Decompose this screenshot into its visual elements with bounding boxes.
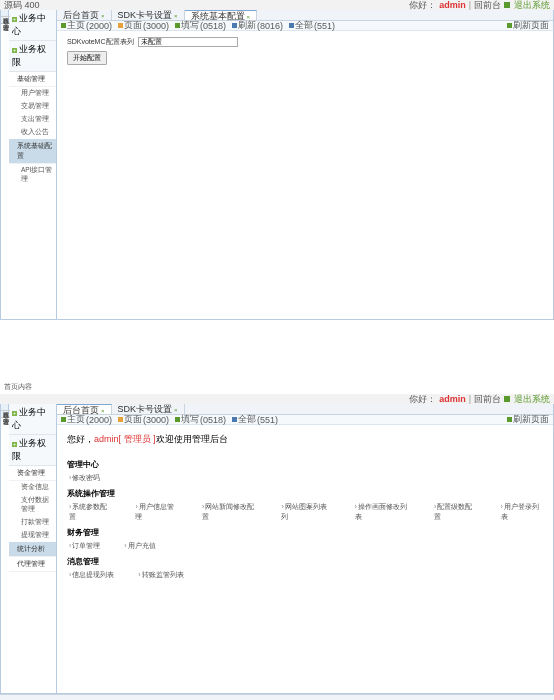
- topbar-logout[interactable]: 退出系统: [514, 0, 550, 10]
- sidebar-header-perm[interactable]: +业务权限: [9, 41, 56, 72]
- sidebar-item[interactable]: 提现管理: [9, 529, 56, 542]
- start-config-button[interactable]: 开始配置: [67, 51, 107, 65]
- sidebar-cat-fund[interactable]: 资金管理: [9, 466, 56, 481]
- sidebar-cat-stats[interactable]: 统计分析: [9, 542, 56, 557]
- plus-icon: +: [12, 442, 17, 447]
- topbar-back-link[interactable]: 回前台: [474, 0, 501, 10]
- sidebar-item[interactable]: 支出管理: [9, 113, 56, 126]
- sidebar-item[interactable]: 收入公告: [9, 126, 56, 139]
- welcome-text: 您好，admin[ 管理员 ]欢迎使用管理后台: [67, 431, 543, 454]
- vtab-ops[interactable]: 运营管理: [1, 17, 10, 24]
- close-icon[interactable]: ×: [247, 14, 251, 20]
- sidebar-cat-agent[interactable]: 代理管理: [9, 557, 56, 572]
- tab-sdk[interactable]: SDK卡号设置×: [112, 404, 185, 414]
- topbar-admin[interactable]: admin: [439, 0, 466, 10]
- sys-link[interactable]: 配置级数配置: [434, 502, 476, 522]
- page-icon: [118, 417, 123, 422]
- logout-icon: [504, 2, 510, 8]
- refresh-link[interactable]: 刷新页面: [507, 19, 549, 32]
- crumb-home[interactable]: 主页(2000): [61, 19, 112, 32]
- crumb-all[interactable]: 全部(551): [232, 413, 278, 426]
- vtab-ops[interactable]: 运营管理: [1, 411, 10, 418]
- main-panel: SDKvoteMC配置表列 开始配置: [57, 31, 553, 75]
- sidebar-header-biz[interactable]: +业务中心: [9, 404, 56, 435]
- sidebar: 核心设置 运营管理 +业务中心 +业务权限 资金管理 资金信息 支付数据管理 打…: [1, 404, 57, 693]
- crumb-page[interactable]: 页面(3000): [118, 19, 169, 32]
- vtab-core[interactable]: 核心设置: [1, 10, 10, 17]
- sys-link[interactable]: 用户信息管理: [135, 502, 177, 522]
- dashboard-panel: 您好，admin[ 管理员 ]欢迎使用管理后台 管理中心 修改密码 系统操作管理…: [57, 425, 553, 590]
- footer-title: 首页内容: [0, 380, 554, 394]
- sidebar-item[interactable]: 打款管理: [9, 516, 56, 529]
- crumb-fill[interactable]: 填写(0518): [175, 413, 226, 426]
- sidebar-item[interactable]: 资金信息: [9, 481, 56, 494]
- tab-sysconfig[interactable]: 系统基本配置×: [185, 10, 258, 20]
- fill-icon: [175, 23, 180, 28]
- sys-link[interactable]: 用户登录列表: [501, 502, 543, 522]
- link-change-pwd[interactable]: 修改密码: [69, 473, 100, 483]
- close-icon[interactable]: ×: [101, 408, 105, 414]
- fill-icon: [175, 417, 180, 422]
- vtab-core[interactable]: 核心设置: [1, 404, 10, 411]
- msg-link[interactable]: 转账监管列表: [138, 570, 183, 580]
- close-icon[interactable]: ×: [101, 13, 105, 19]
- section-mgmt: 管理中心: [67, 460, 543, 470]
- form-label: SDKvoteMC配置表列: [67, 37, 134, 47]
- topbar-admin[interactable]: admin: [439, 394, 466, 404]
- crumb-all[interactable]: 全部(551): [289, 19, 335, 32]
- all-icon: [232, 417, 237, 422]
- fin-link[interactable]: 订单管理: [69, 541, 100, 551]
- close-icon[interactable]: ×: [174, 13, 178, 19]
- top-bar: 源码 400 你好： admin | 回前台 退出系统: [0, 0, 554, 10]
- sidebar: 核心设置 运营管理 +业务中心 +业务权限 基础管理 用户管理 交易管理 支出管…: [1, 10, 57, 319]
- sidebar-header-perm[interactable]: +业务权限: [9, 435, 56, 466]
- crumb-bar: 主页(2000) 页面(3000) 填写(0518) 刷新(8016) 全部(5…: [57, 21, 553, 31]
- sidebar-item[interactable]: API接口管理: [9, 164, 56, 186]
- home-icon: [61, 23, 66, 28]
- crumb-bar: 主页(2000) 页面(3000) 填写(0518) 全部(551) 刷新页面: [57, 415, 553, 425]
- logout-icon: [504, 396, 510, 402]
- all-icon: [289, 23, 294, 28]
- plus-icon: +: [12, 411, 17, 416]
- fin-link[interactable]: 用户充值: [124, 541, 155, 551]
- topbar-back-link[interactable]: 回前台: [474, 394, 501, 404]
- section-fin: 财务管理: [67, 528, 543, 538]
- sys-link[interactable]: 操作画面修改列表: [355, 502, 411, 522]
- topbar-greet: 你好：: [409, 394, 436, 404]
- sys-link[interactable]: 网站图案列表列: [281, 502, 330, 522]
- sys-link[interactable]: 网站新闻修改配置: [202, 502, 258, 522]
- crumb-page[interactable]: 页面(3000): [118, 413, 169, 426]
- sidebar-item[interactable]: 支付数据管理: [9, 494, 56, 516]
- page-icon: [118, 23, 123, 28]
- config-input[interactable]: [138, 37, 238, 47]
- sidebar-cat-basic[interactable]: 基础管理: [9, 72, 56, 87]
- section-sys: 系统操作管理: [67, 489, 543, 499]
- sidebar-item[interactable]: 用户管理: [9, 87, 56, 100]
- plus-icon: +: [12, 17, 17, 22]
- home-icon: [61, 417, 66, 422]
- tab-home[interactable]: 后台首页×: [57, 10, 112, 20]
- tab-sdk[interactable]: SDK卡号设置×: [112, 10, 185, 20]
- section-msg: 消息管理: [67, 557, 543, 567]
- refresh-link[interactable]: 刷新页面: [507, 413, 549, 426]
- sys-link[interactable]: 系统参数配置: [69, 502, 111, 522]
- msg-link[interactable]: 信息提现列表: [69, 570, 114, 580]
- sidebar-header-biz[interactable]: +业务中心: [9, 10, 56, 41]
- top-bar: 你好： admin | 回前台 退出系统: [0, 394, 554, 404]
- plus-icon: +: [12, 48, 17, 53]
- reload-icon: [507, 23, 512, 28]
- footer-bar: [0, 694, 554, 700]
- tab-home[interactable]: 后台首页×: [57, 404, 112, 414]
- sidebar-cat-sysconfig[interactable]: 系统基础配置: [9, 139, 56, 164]
- topbar-greet: 你好：: [409, 0, 436, 10]
- topbar-logout[interactable]: 退出系统: [514, 394, 550, 404]
- refresh-icon: [232, 23, 237, 28]
- sidebar-item[interactable]: 交易管理: [9, 100, 56, 113]
- close-icon[interactable]: ×: [174, 407, 178, 413]
- top-left: 源码 400: [4, 0, 40, 10]
- reload-icon: [507, 417, 512, 422]
- tab-bar: 后台首页× SDK卡号设置×: [57, 404, 553, 415]
